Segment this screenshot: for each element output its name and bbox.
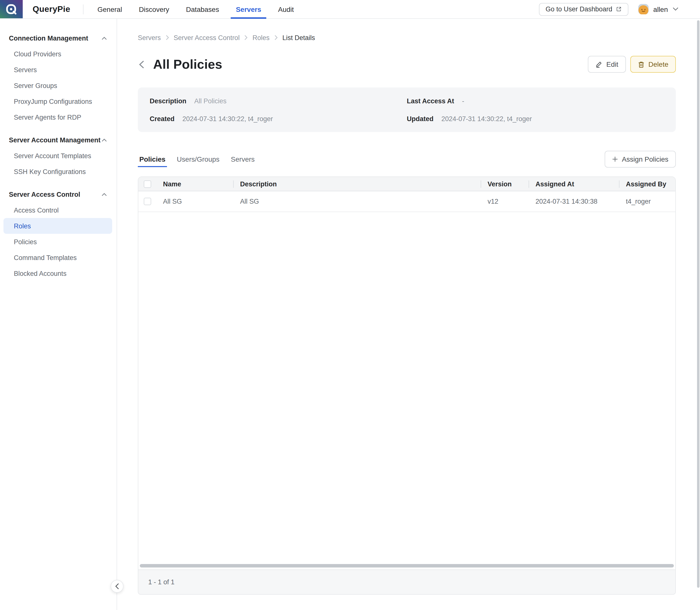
top-nav: General Discovery Databases Servers Audi…	[98, 0, 294, 18]
tab-users-groups[interactable]: Users/Groups	[176, 151, 221, 167]
chevron-down-icon[interactable]	[673, 7, 678, 11]
nav-item-databases[interactable]: Databases	[186, 0, 219, 18]
assign-policies-button[interactable]: Assign Policies	[605, 150, 676, 167]
edit-button[interactable]: Edit	[588, 56, 626, 73]
assign-policies-label: Assign Policies	[622, 155, 668, 163]
chevron-left-icon	[115, 583, 119, 589]
nav-divider	[83, 4, 84, 14]
chevron-right-icon	[166, 35, 169, 40]
column-header-version[interactable]: Version	[481, 177, 529, 191]
sidebar-section-server-account-management: Server Account Management Server Account…	[0, 135, 117, 179]
tabs: Policies Users/Groups Servers	[138, 151, 256, 167]
sidebar-header-server-account-management[interactable]: Server Account Management	[0, 135, 117, 145]
breadcrumb-list-details: List Details	[282, 34, 315, 41]
table-empty-area	[138, 212, 675, 564]
breadcrumb-servers[interactable]: Servers	[138, 34, 161, 41]
sidebar-item-command-templates[interactable]: Command Templates	[0, 250, 117, 266]
trash-icon	[637, 61, 645, 68]
sidebar-header-label: Connection Management	[9, 34, 88, 42]
sidebar-header-label: Server Access Control	[9, 191, 80, 198]
row-assigned-by: t4_roger	[619, 191, 675, 212]
column-header-assigned-at[interactable]: Assigned At	[529, 177, 619, 191]
nav-item-audit[interactable]: Audit	[278, 0, 294, 18]
sidebar-item-servers[interactable]: Servers	[0, 62, 117, 78]
sidebar-item-access-control[interactable]: Access Control	[0, 202, 117, 218]
last-access-label: Last Access At	[407, 97, 454, 105]
table-header-row: Name Description Version Assigned At Ass…	[138, 177, 675, 191]
row-checkbox[interactable]	[144, 198, 151, 205]
sidebar-collapse-button[interactable]	[111, 580, 123, 593]
chevron-up-icon	[102, 193, 107, 196]
avatar-smiley-icon	[638, 4, 649, 14]
sidebar-section-connection-management: Connection Management Cloud Providers Se…	[0, 33, 117, 125]
detail-last-access: Last Access At -	[407, 96, 664, 106]
go-to-user-dashboard-button[interactable]: Go to User Dashboard	[539, 3, 629, 16]
top-bar: QueryPie General Discovery Databases Ser…	[0, 0, 700, 19]
row-name: All SG	[157, 191, 233, 212]
chevron-up-icon	[102, 138, 107, 142]
breadcrumb-roles[interactable]: Roles	[252, 34, 269, 41]
row-checkbox-cell	[138, 191, 157, 212]
page-scrollbar[interactable]	[697, 19, 700, 610]
nav-item-discovery[interactable]: Discovery	[139, 0, 169, 18]
user-name[interactable]: allen	[653, 5, 668, 13]
chevron-right-icon	[274, 35, 278, 40]
breadcrumb-server-access-control[interactable]: Server Access Control	[174, 34, 239, 41]
horizontal-scrollbar-thumb[interactable]	[140, 564, 674, 567]
last-access-value: -	[462, 97, 464, 105]
row-description: All SG	[233, 191, 481, 212]
updated-value: 2024-07-31 14:30:22, t4_roger	[441, 115, 532, 122]
header-checkbox-cell	[138, 177, 157, 191]
nav-item-general[interactable]: General	[98, 0, 122, 18]
nav-item-servers[interactable]: Servers	[236, 0, 261, 18]
table-row[interactable]: All SG All SG v12 2024-07-31 14:30:38 t4…	[138, 191, 675, 212]
sidebar-item-policies[interactable]: Policies	[0, 234, 117, 250]
edit-button-label: Edit	[606, 60, 618, 68]
sidebar-header-server-access-control[interactable]: Server Access Control	[0, 189, 117, 199]
column-header-assigned-by[interactable]: Assigned By	[619, 177, 675, 191]
sidebar-item-proxyjump-configurations[interactable]: ProxyJump Configurations	[0, 93, 117, 109]
description-label: Description	[150, 97, 186, 105]
sidebar-item-roles[interactable]: Roles	[3, 218, 112, 234]
created-label: Created	[150, 115, 174, 122]
tab-policies[interactable]: Policies	[138, 151, 167, 167]
column-header-description[interactable]: Description	[233, 177, 481, 191]
main-content: Servers Server Access Control Roles List…	[117, 19, 700, 610]
delete-button[interactable]: Delete	[630, 56, 676, 73]
table-footer: 1 - 1 of 1	[138, 569, 675, 594]
back-icon	[138, 60, 145, 68]
select-all-checkbox[interactable]	[144, 180, 151, 188]
sidebar-header-connection-management[interactable]: Connection Management	[0, 33, 117, 43]
sidebar-item-server-account-templates[interactable]: Server Account Templates	[0, 148, 117, 164]
description-value: All Policies	[195, 97, 227, 105]
sidebar-item-blocked-accounts[interactable]: Blocked Accounts	[0, 266, 117, 281]
sidebar-item-cloud-providers[interactable]: Cloud Providers	[0, 46, 117, 62]
querypie-logo-icon[interactable]	[0, 0, 23, 18]
breadcrumb: Servers Server Access Control Roles List…	[138, 33, 676, 42]
avatar[interactable]	[638, 4, 649, 14]
brand-title: QueryPie	[33, 4, 70, 14]
page-actions: Edit Delete	[588, 56, 676, 73]
page-scrollbar-thumb[interactable]	[697, 20, 700, 588]
pagination-range: 1 - 1 of 1	[148, 578, 174, 586]
back-button[interactable]	[138, 58, 149, 71]
querypie-admin-app: QueryPie General Discovery Databases Ser…	[0, 0, 700, 610]
column-header-name[interactable]: Name	[157, 177, 233, 191]
sidebar-section-server-access-control: Server Access Control Access Control Rol…	[0, 189, 117, 281]
sidebar-header-label: Server Account Management	[9, 136, 101, 144]
plus-icon	[612, 156, 618, 162]
sidebar-item-server-groups[interactable]: Server Groups	[0, 78, 117, 93]
sidebar-item-ssh-key-configurations[interactable]: SSH Key Configurations	[0, 164, 117, 179]
tabs-row: Policies Users/Groups Servers Assign Pol…	[138, 151, 676, 167]
top-bar-right: Go to User Dashboard allen	[539, 3, 678, 16]
pencil-icon	[596, 61, 602, 68]
updated-label: Updated	[407, 115, 433, 122]
page-title: All Policies	[153, 57, 222, 72]
sidebar-item-server-agents-for-rdp[interactable]: Server Agents for RDP	[0, 109, 117, 125]
tab-servers[interactable]: Servers	[230, 151, 256, 167]
row-assigned-at: 2024-07-31 14:30:38	[529, 191, 619, 212]
horizontal-scrollbar[interactable]	[140, 564, 674, 567]
delete-button-label: Delete	[648, 60, 668, 68]
chevron-up-icon	[102, 36, 107, 40]
detail-created: Created 2024-07-31 14:30:22, t4_roger	[150, 114, 407, 124]
